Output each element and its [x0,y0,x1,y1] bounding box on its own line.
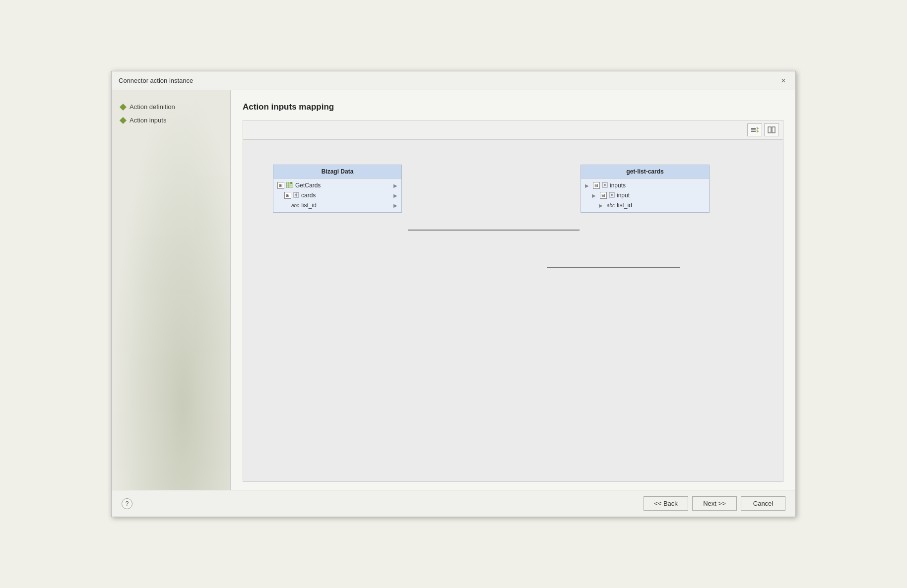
footer-left: ? [122,498,132,509]
get-list-cards-box: get-list-cards ▶ ⊟ [581,165,719,213]
svg-point-10 [290,182,292,184]
list-id-right-row: ▶ abc list_id [581,200,709,210]
page-title: Action inputs mapping [243,102,783,112]
dialog-footer: ? << Back Next >> Cancel [112,490,795,517]
bizagi-data-box: Bizagi Data ⊞ [273,165,407,213]
entity-icon [602,182,608,189]
sidebar-item-label: Action inputs [130,117,166,124]
main-content: Action inputs mapping [231,90,795,490]
input-label: input [617,192,705,199]
layout-btn-1[interactable] [747,123,762,136]
mapping-toolbar [243,120,783,140]
cancel-button[interactable]: Cancel [741,496,785,511]
expand-cards[interactable]: ⊞ [284,192,291,199]
svg-point-16 [604,184,606,186]
title-bar: Connector action instance × [112,71,795,90]
abc-icon: abc [291,203,299,208]
expand-getcards[interactable]: ⊞ [277,182,284,189]
get-list-cards-header: get-list-cards [581,165,709,178]
dialog: Connector action instance × Action defin… [111,71,796,517]
sidebar: Action definition Action inputs [112,90,231,490]
mapping-area: Bizagi Data ⊞ [243,120,783,482]
get-list-cards-table: get-list-cards ▶ ⊟ [581,165,710,213]
diamond-icon [120,117,127,123]
layout-btn-2[interactable] [764,123,779,136]
diamond-icon [120,103,127,110]
next-button[interactable]: Next >> [692,496,737,511]
list-id-right-label: list_id [617,202,705,209]
getcards-row: ⊞ [273,180,401,190]
entity-icon [609,192,615,199]
sidebar-item-label: Action definition [130,103,175,111]
arrow-left-icon: ▶ [585,183,589,188]
expand-inputs[interactable]: ⊟ [593,182,600,189]
sidebar-item-action-definition[interactable]: Action definition [119,100,223,114]
arrow-left-icon: ▶ [599,203,603,208]
svg-rect-3 [768,127,771,133]
sidebar-item-action-inputs[interactable]: Action inputs [119,114,223,127]
arrow-right-icon: ▶ [393,193,397,198]
dialog-title: Connector action instance [119,77,193,84]
dialog-body: Action definition Action inputs Action i… [112,90,795,490]
list-id-left-row: abc list_id ▶ [273,200,401,210]
table-icon [286,182,293,189]
bizagi-data-table: Bizagi Data ⊞ [273,165,402,213]
mapping-canvas: Bizagi Data ⊞ [243,140,783,481]
inputs-label: inputs [610,182,705,189]
expand-input[interactable]: ⊟ [600,192,607,199]
arrow-left-icon: ▶ [592,193,596,198]
svg-point-12 [295,194,297,196]
arrow-right-icon: ▶ [393,183,397,188]
abc-icon: abc [607,203,615,208]
entity-icon [293,192,299,199]
cards-label: cards [301,192,391,199]
get-list-cards-rows: ▶ ⊟ inputs [581,178,709,212]
svg-rect-4 [772,127,775,133]
cards-row: ⊞ cards [273,190,401,200]
arrow-right-icon: ▶ [393,203,397,208]
input-row: ▶ ⊟ input [581,190,709,200]
help-button[interactable]: ? [122,498,132,509]
inputs-row: ▶ ⊟ inputs [581,180,709,190]
bizagi-data-rows: ⊞ [273,178,401,212]
footer-right: << Back Next >> Cancel [644,496,785,511]
svg-point-18 [611,194,613,196]
list-id-left-label: list_id [301,202,391,209]
getcards-label: GetCards [295,182,391,189]
back-button[interactable]: << Back [644,496,688,511]
bizagi-data-header: Bizagi Data [273,165,401,178]
close-button[interactable]: × [778,76,788,86]
